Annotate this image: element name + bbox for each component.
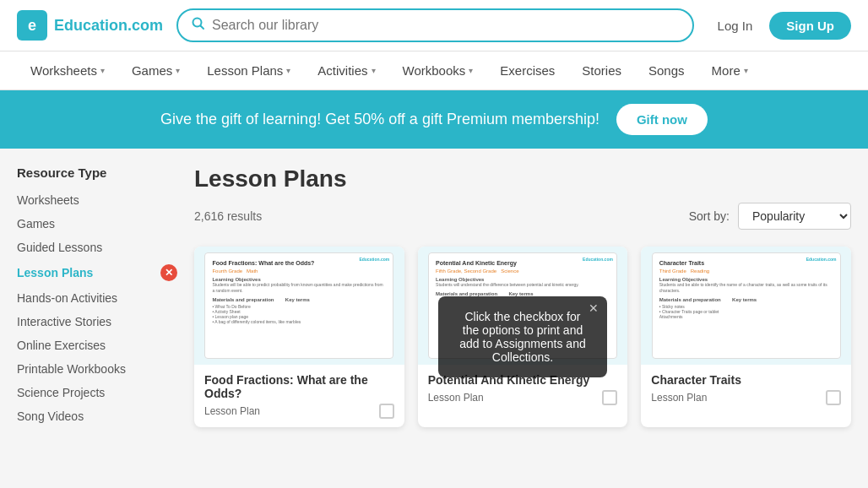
chevron-down-icon: ▾ [286, 66, 290, 75]
thumb-body-2: Students will understand the difference … [436, 282, 610, 288]
card-food-fractions: Education.com Food Fractions: What are t… [194, 247, 404, 427]
thumb-list-3: • Sticky notes• Character Traits page or… [659, 304, 833, 319]
card-thumb-inner-1: Education.com Food Fractions: What are t… [204, 252, 393, 359]
content-area: Lesson Plans 2,616 results Sort by: Popu… [194, 165, 851, 428]
logo-icon: e [17, 10, 47, 41]
sidebar-item-guided-lessons[interactable]: Guided Lessons [17, 236, 177, 259]
card-body-3: Character Traits Lesson Plan [641, 365, 851, 414]
search-input[interactable] [212, 18, 679, 33]
nav-songs[interactable]: Songs [635, 52, 698, 89]
chevron-down-icon: ▾ [176, 66, 180, 75]
sidebar-item-lesson-plans[interactable]: Lesson Plans ✕ [17, 259, 177, 286]
results-count: 2,616 results [194, 209, 262, 223]
cards-grid: Education.com Food Fractions: What are t… [194, 247, 851, 427]
card-title-3: Character Traits [651, 373, 841, 387]
card-checkbox-3[interactable] [826, 390, 841, 405]
promo-banner: Give the gift of learning! Get 50% off a… [0, 90, 868, 149]
promo-text: Give the gift of learning! Get 50% off a… [160, 111, 599, 128]
results-bar: 2,616 results Sort by: Popularity Newest… [194, 203, 851, 230]
sidebar: Resource Type Worksheets Games Guided Le… [17, 165, 177, 428]
svg-text:e: e [28, 17, 36, 34]
svg-line-3 [201, 26, 204, 30]
chevron-down-icon: ▾ [100, 66, 105, 75]
card-kinetic-energy: Education.com Potential And Kinetic Ener… [418, 247, 628, 427]
page-title: Lesson Plans [194, 165, 851, 192]
chevron-down-icon: ▾ [372, 66, 376, 75]
nav-worksheets[interactable]: Worksheets ▾ [17, 52, 118, 89]
logo[interactable]: e Education.com [17, 10, 163, 41]
sidebar-item-song-videos[interactable]: Song Videos [17, 404, 177, 428]
header: e Education.com Log In Sign Up [0, 0, 868, 52]
thumb-grade-3: Third Grade Reading [659, 268, 833, 274]
sidebar-section-title: Resource Type [17, 165, 177, 180]
nav-games[interactable]: Games ▾ [118, 52, 193, 89]
card-checkbox-1[interactable] [379, 404, 394, 419]
nav-more[interactable]: More ▾ [698, 52, 762, 89]
sidebar-item-science-projects[interactable]: Science Projects [17, 381, 177, 404]
edu-logo-2: Education.com [583, 257, 613, 262]
nav-lesson-plans[interactable]: Lesson Plans ▾ [193, 52, 304, 89]
thumb-body-1: Students will be able to predict probabi… [212, 282, 386, 294]
thumb-grade-2: Fifth Grade, Second Grade Science [436, 268, 610, 274]
card-thumb-inner-3: Education.com Character Traits Third Gra… [652, 252, 841, 359]
sidebar-item-hands-on[interactable]: Hands-on Activities [17, 286, 177, 310]
sidebar-item-printable-workbooks[interactable]: Printable Workbooks [17, 357, 177, 381]
sidebar-item-online-exercises[interactable]: Online Exercises [17, 333, 177, 357]
card-title-1: Food Fractions: What are the Odds? [204, 373, 394, 400]
login-button[interactable]: Log In [708, 14, 763, 38]
gift-now-button[interactable]: Gift now [616, 104, 708, 135]
sort-group: Sort by: Popularity Newest Most Reviews [689, 203, 851, 230]
auth-buttons: Log In Sign Up [708, 12, 851, 40]
nav-activities[interactable]: Activities ▾ [304, 52, 388, 89]
search-bar [176, 8, 694, 42]
sidebar-item-worksheets[interactable]: Worksheets [17, 188, 177, 212]
thumb-list-1: • What To Do Before• Activity Sheet• Les… [212, 304, 386, 324]
nav-stories[interactable]: Stories [568, 52, 635, 89]
nav-exercises[interactable]: Exercises [486, 52, 568, 89]
card-type-1: Lesson Plan [204, 404, 394, 419]
card-checkbox-2[interactable] [602, 390, 617, 405]
card-character-traits: Education.com Character Traits Third Gra… [641, 247, 851, 427]
logo-text: Education.com [54, 17, 163, 35]
search-icon [192, 17, 205, 34]
sort-select[interactable]: Popularity Newest Most Reviews [738, 203, 851, 230]
sidebar-item-games[interactable]: Games [17, 212, 177, 236]
thumb-grade-1: Fourth Grade Math [212, 268, 386, 274]
tooltip-close-icon[interactable]: ✕ [589, 301, 599, 315]
thumb-body-3: Students and be able to identify the nam… [659, 282, 833, 294]
card-thumbnail-3: Education.com Character Traits Third Gra… [641, 247, 851, 365]
remove-filter-icon[interactable]: ✕ [160, 264, 177, 281]
card-thumbnail-1: Education.com Food Fractions: What are t… [194, 247, 404, 365]
nav-workbooks[interactable]: Workbooks ▾ [389, 52, 487, 89]
thumb-section2-3: Materials and preparation Key terms [659, 297, 833, 302]
sidebar-item-interactive-stories[interactable]: Interactive Stories [17, 310, 177, 333]
nav: Worksheets ▾ Games ▾ Lesson Plans ▾ Acti… [0, 52, 868, 90]
thumb-section2-1: Materials and preparation Key terms [212, 297, 386, 302]
tooltip-popup: ✕ Click the checkbox for the options to … [438, 296, 607, 377]
chevron-down-icon: ▾ [744, 66, 748, 75]
chevron-down-icon: ▾ [469, 66, 473, 75]
card-type-3: Lesson Plan [651, 390, 841, 405]
edu-logo-3: Education.com [806, 257, 837, 262]
card-body-1: Food Fractions: What are the Odds? Lesso… [194, 365, 404, 427]
edu-logo-1: Education.com [359, 257, 389, 262]
signup-button[interactable]: Sign Up [769, 12, 851, 40]
sort-label: Sort by: [689, 209, 730, 223]
main-layout: Resource Type Worksheets Games Guided Le… [0, 149, 868, 445]
card-type-2: Lesson Plan [428, 390, 618, 405]
